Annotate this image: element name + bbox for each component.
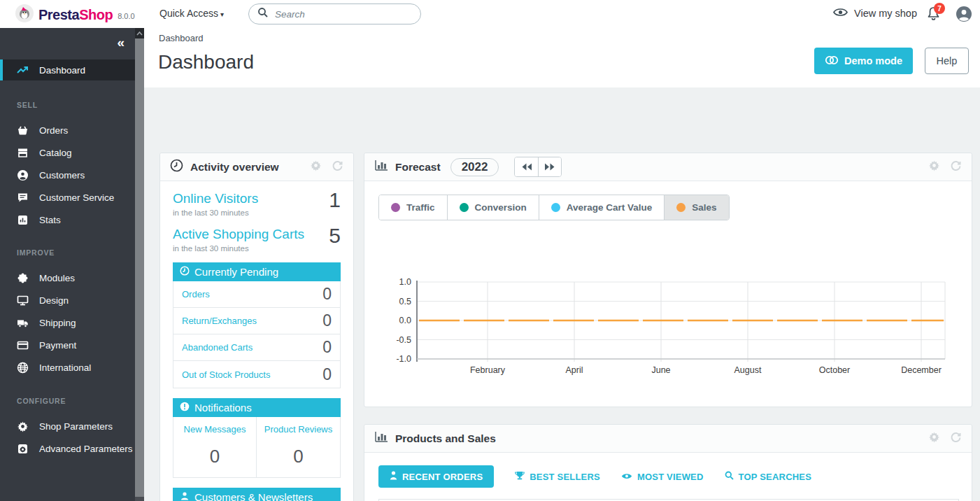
tab-traffic[interactable]: Traffic bbox=[379, 195, 447, 220]
search-icon bbox=[257, 7, 269, 21]
online-visitors-stat: Online Visitors in the last 30 minutes 1 bbox=[173, 191, 341, 217]
products-tabs: RECENT ORDERS BEST SELLERS MOST VIEWED bbox=[378, 465, 811, 488]
clock-icon bbox=[170, 159, 183, 175]
gear-box-icon bbox=[17, 443, 29, 455]
sidebar-item-stats[interactable]: Stats bbox=[0, 209, 135, 231]
year-badge: 2022 bbox=[450, 158, 499, 176]
active-carts-value: 5 bbox=[329, 224, 341, 248]
forecast-panel-header: Forecast 2022 bbox=[364, 153, 972, 181]
svg-text:-0.5: -0.5 bbox=[396, 335, 411, 345]
notifications-bell-button[interactable]: 7 bbox=[927, 6, 940, 24]
help-button[interactable]: Help bbox=[925, 48, 969, 74]
sidebar-item-modules[interactable]: Modules bbox=[0, 267, 135, 289]
sidebar-item-customers[interactable]: Customers bbox=[0, 164, 135, 186]
search-box[interactable] bbox=[248, 3, 421, 24]
demo-mode-button[interactable]: Demo mode bbox=[814, 48, 913, 74]
truck-icon bbox=[17, 317, 29, 329]
sidebar-item-orders[interactable]: Orders bbox=[0, 119, 135, 141]
returns-link[interactable]: Return/Exchanges bbox=[182, 316, 257, 326]
section-label-improve: IMPROVE bbox=[17, 248, 55, 257]
chart-icon bbox=[374, 159, 388, 175]
section-label-sell: SELL bbox=[17, 101, 38, 109]
sidebar-scrollbar[interactable] bbox=[135, 28, 144, 501]
sidebar-item-design[interactable]: Design bbox=[0, 289, 135, 311]
gear-icon bbox=[17, 421, 29, 432]
sidebar-item-payment[interactable]: Payment bbox=[0, 334, 135, 356]
user-avatar-button[interactable] bbox=[956, 6, 972, 25]
sidebar-item-shop-parameters[interactable]: Shop Parameters bbox=[0, 415, 135, 437]
svg-text:February: February bbox=[470, 365, 506, 375]
version-label: 8.0.0 bbox=[118, 12, 134, 20]
monitor-icon bbox=[17, 295, 29, 306]
orders-link[interactable]: Orders bbox=[182, 289, 210, 299]
section-label-configure: CONFIGURE bbox=[17, 397, 66, 405]
tab-top-searches[interactable]: TOP SEARCHES bbox=[725, 471, 812, 482]
brand-text: PrestaShop bbox=[38, 7, 113, 23]
svg-text:October: October bbox=[819, 365, 850, 375]
sidebar-item-shipping[interactable]: Shipping bbox=[0, 311, 135, 334]
quick-access-menu[interactable]: Quick Access▾ bbox=[159, 8, 224, 19]
currently-pending-header: Currently Pending bbox=[173, 262, 341, 281]
product-reviews-cell[interactable]: Product Reviews 0 bbox=[257, 417, 340, 477]
sidebar-collapse-button[interactable]: « bbox=[117, 35, 125, 50]
active-carts-link[interactable]: Active Shopping Carts bbox=[173, 227, 341, 242]
view-my-shop-link[interactable]: View my shop bbox=[833, 7, 917, 20]
sidebar-item-advanced-parameters[interactable]: Advanced Parameters bbox=[0, 437, 135, 460]
pending-row-orders: Orders 0 bbox=[173, 281, 340, 308]
scrollbar-up-button[interactable] bbox=[135, 28, 144, 38]
sidebar-item-customer-service[interactable]: Customer Service bbox=[0, 186, 135, 209]
tab-recent-orders[interactable]: RECENT ORDERS bbox=[378, 465, 494, 488]
eye-icon bbox=[833, 7, 848, 20]
settings-gear-icon[interactable] bbox=[928, 160, 940, 174]
pending-clock-icon bbox=[180, 266, 190, 278]
globe-icon bbox=[17, 362, 29, 374]
chat-icon bbox=[17, 192, 29, 204]
demo-mode-icon bbox=[825, 55, 839, 67]
search-icon bbox=[725, 471, 734, 482]
activity-panel-title: Activity overview bbox=[190, 161, 279, 174]
sidebar-item-dashboard[interactable]: Dashboard bbox=[0, 59, 135, 80]
search-input[interactable] bbox=[275, 9, 401, 20]
conversion-dot-icon bbox=[460, 203, 469, 212]
prestashop-logo[interactable]: PrestaShop 8.0.0 bbox=[15, 4, 135, 25]
next-year-button[interactable] bbox=[538, 157, 561, 176]
out-of-stock-link[interactable]: Out of Stock Products bbox=[182, 369, 270, 380]
new-messages-cell[interactable]: New Messages 0 bbox=[173, 417, 257, 477]
abandoned-carts-link[interactable]: Abandoned Carts bbox=[182, 342, 253, 353]
chevron-down-icon: ▾ bbox=[220, 10, 224, 18]
previous-year-button[interactable] bbox=[515, 157, 538, 176]
settings-gear-icon[interactable] bbox=[310, 160, 322, 174]
pending-row-abandoned-carts: Abandoned Carts 0 bbox=[173, 334, 340, 361]
activity-panel-header: Activity overview bbox=[160, 153, 353, 181]
tab-average-cart-value[interactable]: Average Cart Value bbox=[539, 195, 665, 220]
page-title: Dashboard bbox=[158, 51, 254, 73]
tab-most-viewed[interactable]: MOST VIEWED bbox=[621, 472, 704, 482]
online-visitors-link[interactable]: Online Visitors bbox=[173, 191, 341, 206]
sidebar: « Dashboard SELL Orders Catalog Customer… bbox=[0, 28, 144, 501]
tab-sales[interactable]: Sales bbox=[664, 195, 728, 220]
svg-text:1.0: 1.0 bbox=[399, 277, 411, 287]
exclamation-icon bbox=[180, 402, 190, 414]
svg-text:-1.0: -1.0 bbox=[396, 354, 411, 364]
tab-conversion[interactable]: Conversion bbox=[447, 195, 539, 220]
scrollbar-thumb[interactable] bbox=[135, 38, 144, 497]
pending-row-returns: Return/Exchanges 0 bbox=[173, 308, 340, 334]
forecast-panel: Forecast 2022 bbox=[364, 153, 972, 407]
customers-newsletters-header: Customers & Newsletters (FROM 2022-10-09… bbox=[173, 488, 341, 501]
svg-text:0.0: 0.0 bbox=[399, 316, 411, 325]
settings-gear-icon[interactable] bbox=[928, 431, 940, 446]
credit-card-icon bbox=[17, 339, 29, 351]
sidebar-item-international[interactable]: International bbox=[0, 356, 135, 379]
avatar-icon bbox=[956, 13, 972, 24]
sidebar-item-catalog[interactable]: Catalog bbox=[0, 141, 135, 164]
forecast-panel-title: Forecast bbox=[395, 161, 441, 174]
store-icon bbox=[17, 147, 29, 159]
refresh-icon[interactable] bbox=[950, 431, 962, 446]
products-panel-title: Products and Sales bbox=[395, 432, 496, 445]
puzzle-icon bbox=[17, 272, 29, 284]
refresh-icon[interactable] bbox=[950, 160, 962, 174]
dashboard-widgets-area: Activity overview Online Visitors in the… bbox=[144, 87, 980, 501]
products-and-sales-panel: Products and Sales RECENT ORDERS bbox=[364, 424, 972, 501]
tab-best-sellers[interactable]: BEST SELLERS bbox=[515, 471, 600, 482]
refresh-icon[interactable] bbox=[332, 160, 343, 174]
